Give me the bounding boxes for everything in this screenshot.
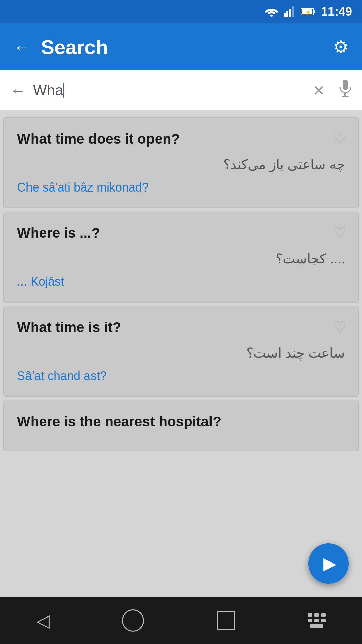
- battery-icon: ⚡: [301, 7, 316, 16]
- svg-rect-2: [286, 11, 288, 17]
- result-romanized-3: Sâ'at chand ast?: [17, 368, 345, 384]
- result-card-3[interactable]: What time is it? ♡ ساعت چند است؟ Sâ'at c…: [3, 306, 359, 397]
- play-icon: ▶: [323, 554, 336, 573]
- result-persian-2: .... کجاست؟: [17, 249, 345, 268]
- favorite-button-1[interactable]: ♡: [333, 130, 346, 147]
- app-bar-left: ← Search: [13, 36, 108, 59]
- search-back-button[interactable]: ←: [10, 81, 26, 100]
- search-clear-button[interactable]: ✕: [313, 82, 325, 99]
- status-bar: ⚡ 11:49: [0, 0, 362, 23]
- search-input-container: Wha: [33, 82, 306, 99]
- nav-back-button[interactable]: ◁: [36, 610, 50, 631]
- result-romanized-1: Che sâ'ati bâz mikonad?: [17, 179, 345, 196]
- wifi-icon: [265, 7, 278, 17]
- results-list: What time does it open? ♡ چه ساعتی باز م…: [0, 111, 362, 597]
- result-persian-3: ساعت چند است؟: [17, 343, 345, 362]
- nav-bar: ◁: [0, 597, 362, 644]
- search-mic-button[interactable]: [339, 80, 352, 101]
- svg-rect-4: [292, 6, 294, 17]
- result-english-4: Where is the nearest hospital?: [17, 413, 345, 431]
- status-time: 11:49: [321, 5, 352, 19]
- cursor: [63, 83, 64, 98]
- signal-icon: [284, 6, 296, 17]
- svg-rect-11: [342, 96, 349, 97]
- svg-rect-7: [314, 10, 315, 13]
- app-back-button[interactable]: ←: [13, 37, 31, 57]
- svg-text:⚡: ⚡: [305, 9, 312, 15]
- result-persian-1: چه ساعتی باز می‌کند؟: [17, 155, 345, 174]
- result-card-4[interactable]: Where is the nearest hospital?: [3, 400, 359, 451]
- result-card-2[interactable]: Where is ...? ♡ .... کجاست؟ ... Kojâst: [3, 212, 359, 303]
- settings-icon[interactable]: ⚙: [333, 37, 349, 57]
- app-bar: ← Search ⚙: [0, 23, 362, 70]
- nav-home-button[interactable]: [122, 609, 144, 632]
- svg-rect-3: [289, 9, 291, 17]
- result-english-2: Where is ...?: [17, 224, 345, 243]
- svg-rect-1: [284, 13, 286, 17]
- nav-recent-button[interactable]: [217, 611, 235, 630]
- svg-rect-9: [343, 80, 348, 90]
- status-icons: ⚡ 11:49: [265, 5, 352, 19]
- nav-keyboard-button[interactable]: [308, 613, 326, 628]
- result-english-3: What time is it?: [17, 318, 345, 337]
- app-title: Search: [41, 36, 108, 59]
- result-romanized-2: ... Kojâst: [17, 273, 345, 290]
- search-input[interactable]: Wha: [33, 82, 63, 99]
- play-fab[interactable]: ▶: [308, 543, 349, 584]
- result-card-1[interactable]: What time does it open? ♡ چه ساعتی باز م…: [3, 117, 359, 208]
- svg-point-0: [270, 15, 273, 17]
- result-english-1: What time does it open?: [17, 130, 345, 148]
- search-bar: ← Wha ✕: [0, 70, 362, 111]
- favorite-button-3[interactable]: ♡: [333, 318, 346, 335]
- favorite-button-2[interactable]: ♡: [333, 224, 346, 241]
